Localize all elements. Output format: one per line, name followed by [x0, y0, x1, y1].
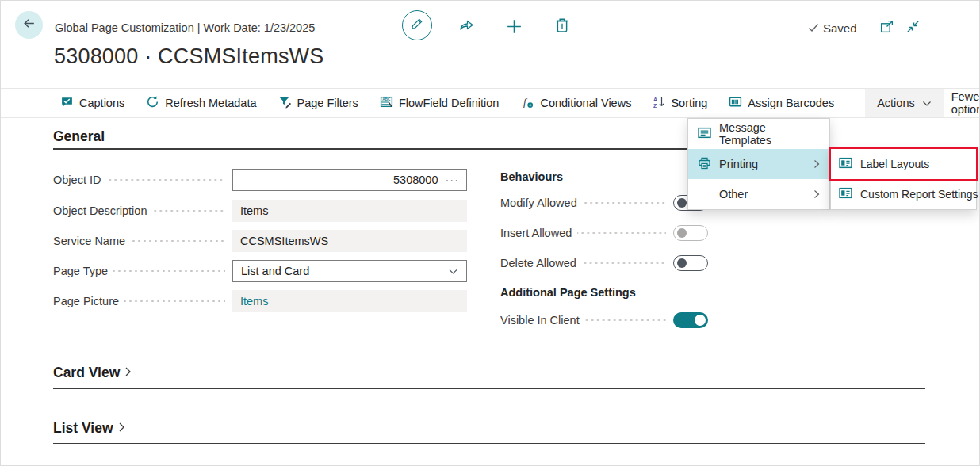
toolbar-item-refresh-metadata[interactable]: Refresh Metadata [146, 95, 256, 111]
menu-item-label-layouts[interactable]: Label Layouts [831, 149, 976, 179]
actions-label: Actions [877, 97, 915, 109]
object-description-field[interactable]: Items [232, 200, 467, 222]
section-header-list-view[interactable]: List View [53, 420, 125, 437]
chevron-down-icon [448, 265, 458, 277]
page: Global Page Customization | Work Date: 1… [0, 0, 980, 466]
printing-submenu: Label Layouts Custom Report Settings [830, 148, 977, 210]
additional-page-settings-subheader: Additional Page Settings [500, 286, 636, 299]
field-value: CCSMSItemsWS [240, 235, 328, 247]
section-title-text: Card View [53, 365, 120, 381]
label-text: Page Type [53, 265, 108, 277]
delete-button[interactable] [555, 17, 569, 36]
card-icon [839, 187, 852, 201]
section-title-text: General [53, 128, 105, 145]
back-arrow-icon [21, 16, 36, 34]
field-label: Object Description [53, 204, 232, 217]
svg-text:Z: Z [653, 103, 657, 109]
dotted-leader [124, 300, 225, 302]
service-name-field[interactable]: CCSMSItemsWS [232, 230, 467, 252]
share-button[interactable] [457, 17, 475, 36]
menu-item-label: Message Templates [719, 121, 820, 147]
open-in-new-window-button[interactable] [879, 19, 894, 37]
actions-menu-button[interactable]: Actions [865, 89, 944, 117]
toolbar-item-page-filters[interactable]: Page Filters [278, 95, 358, 111]
chevron-down-icon [922, 97, 932, 109]
dotted-leader [583, 202, 666, 204]
section-title-text: List View [53, 420, 113, 437]
page-picture-field[interactable]: Items [232, 290, 467, 312]
label-text: Insert Allowed [500, 227, 572, 239]
toolbar-item-sorting[interactable]: AZ Sorting [653, 96, 707, 111]
printer-icon [698, 157, 711, 172]
edit-button[interactable] [402, 10, 432, 40]
field-label: Service Name [53, 235, 232, 247]
label-text: Visible In Client [500, 314, 580, 327]
section-divider [53, 388, 925, 389]
toggle-knob [695, 315, 706, 326]
behaviours-subheader: Behaviours [500, 170, 563, 183]
toolbar-label: Refresh Metadata [165, 97, 256, 109]
toolbar-item-flowfield-definition[interactable]: ABC FlowField Definition [380, 95, 500, 111]
barcode-icon [729, 95, 742, 111]
menu-item-printing[interactable]: Printing [688, 149, 829, 179]
label-text: Service Name [53, 235, 125, 247]
refresh-icon [146, 95, 159, 111]
page-picture-link[interactable]: Items [240, 295, 268, 307]
toolbar-label: Page Filters [297, 97, 358, 109]
fx-plus-icon: f [520, 96, 534, 111]
svg-text:f: f [523, 96, 528, 108]
label-text: Object Description [53, 204, 147, 217]
field-row-visible-in-client: Visible In Client [500, 309, 708, 331]
menu-item-custom-report-settings[interactable]: Custom Report Settings [831, 179, 976, 209]
collapse-button[interactable] [905, 19, 921, 37]
toolbar-item-assign-barcodes[interactable]: Assign Barcodes [729, 95, 834, 111]
actions-dropdown-menu: Message Templates Printing Other [687, 118, 830, 210]
dotted-leader [577, 232, 666, 234]
back-button[interactable] [15, 11, 43, 39]
submenu-chevron-icon [813, 159, 820, 169]
field-label: Object ID [53, 174, 232, 186]
chevron-right-icon [118, 420, 125, 437]
menu-item-label: Other [719, 188, 748, 201]
saved-label: Saved [823, 21, 857, 35]
svg-text:A: A [653, 97, 657, 102]
field-value: 5308000 [393, 174, 438, 186]
field-row-page-type: Page Type List and Card [53, 260, 467, 282]
field-row-modify-allowed: Modify Allowed [500, 192, 708, 214]
field-row-insert-allowed: Insert Allowed [500, 222, 708, 244]
field-row-object-description: Object Description Items [53, 200, 467, 222]
toolbar-item-conditional-views[interactable]: f Conditional Views [520, 96, 631, 111]
toggle-knob [677, 228, 687, 238]
label-text: Object ID [53, 174, 101, 186]
section-header-card-view[interactable]: Card View [53, 365, 132, 381]
toolbar-item-captions[interactable]: Captions [60, 95, 124, 111]
flowfield-table-icon: ABC [380, 95, 393, 111]
pencil-icon [410, 17, 424, 34]
field-row-page-picture: Page Picture Items [53, 290, 467, 312]
assist-edit-button[interactable]: ··· [446, 174, 460, 186]
fewer-options-button[interactable]: Fewer options [951, 90, 980, 116]
menu-item-message-templates[interactable]: Message Templates [688, 119, 829, 149]
page-type-select[interactable]: List and Card [232, 260, 467, 282]
captions-icon [60, 95, 74, 111]
save-status: Saved [808, 21, 857, 35]
insert-allowed-toggle[interactable] [673, 225, 708, 241]
field-row-delete-allowed: Delete Allowed [500, 252, 708, 274]
menu-item-label: Label Layouts [860, 158, 929, 170]
sort-az-icon: AZ [653, 96, 665, 111]
new-button[interactable] [505, 17, 523, 39]
dotted-leader [106, 179, 225, 181]
dotted-leader [152, 210, 225, 212]
delete-allowed-toggle[interactable] [673, 255, 708, 271]
card-icon [839, 157, 852, 171]
toolbar-label: FlowField Definition [399, 97, 500, 109]
page-title: 5308000 · CCSMSItemsWS [54, 44, 324, 69]
svg-text:ABC: ABC [382, 97, 391, 101]
object-id-input[interactable]: 5308000 ··· [232, 169, 467, 191]
label-text: Delete Allowed [500, 257, 576, 269]
visible-in-client-toggle[interactable] [673, 312, 708, 328]
section-header-general[interactable]: General [53, 128, 105, 145]
menu-item-other[interactable]: Other [688, 179, 829, 209]
toolbar-label: Assign Barcodes [748, 97, 834, 109]
field-value: List and Card [241, 265, 309, 277]
